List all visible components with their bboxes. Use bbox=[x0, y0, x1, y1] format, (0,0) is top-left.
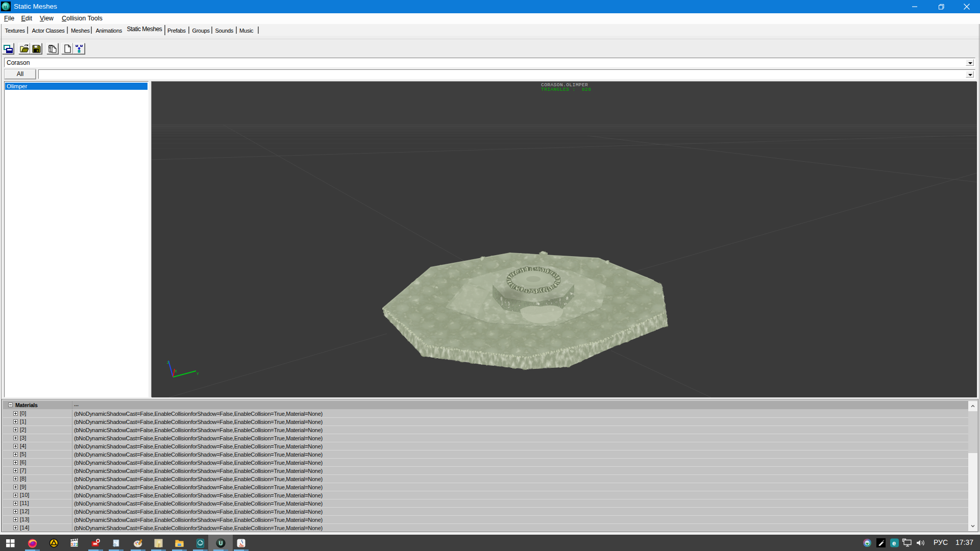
svg-text:Y: Y bbox=[197, 371, 199, 376]
svg-text:1: 1 bbox=[76, 542, 78, 547]
svg-text:Z: Z bbox=[167, 360, 169, 365]
svg-text:e: e bbox=[892, 539, 896, 547]
svg-text:u: u bbox=[4, 3, 7, 10]
svg-text:X: X bbox=[175, 369, 177, 373]
